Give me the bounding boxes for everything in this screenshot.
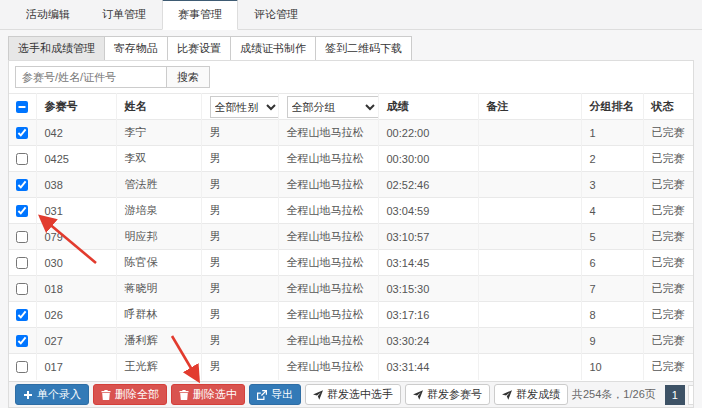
row-checkbox[interactable] [16,205,28,217]
tab-comment-management[interactable]: 评论管理 [238,0,314,30]
row-score: 03:15:30 [378,276,478,302]
column-header-remark: 备注 [478,94,581,120]
table-row: 031游培泉男全程山地马拉松03:04:594已完赛 [9,198,693,224]
row-score: 00:30:00 [378,146,478,172]
row-group: 全程山地马拉松 [278,328,378,354]
trash-icon [101,390,111,400]
participants-table: 参赛号 姓名 全部性别 全部分组 成绩 备注 分组排名 状态 042李宁男全程山… [9,93,693,380]
table-row: 0425李双男全程山地马拉松00:30:002已完赛 [9,146,693,172]
subtab-checkin-qrcode[interactable]: 签到二维码下载 [315,36,412,61]
select-all-checkbox[interactable] [16,101,28,113]
search-input[interactable] [15,66,167,88]
row-score: 02:52:46 [378,172,478,198]
subtab-athletes-and-results[interactable]: 选手和成绩管理 [8,36,105,61]
gender-filter-select[interactable]: 全部性别 [210,96,279,118]
row-checkbox[interactable] [16,179,28,191]
row-remark [478,354,581,380]
tab-order-management[interactable]: 订单管理 [86,0,162,30]
row-name: 潘利辉 [116,328,201,354]
row-name: 明应邦 [116,224,201,250]
row-name: 管法胜 [116,172,201,198]
row-status: 已完赛 [643,198,693,224]
row-rank: 8 [581,302,643,328]
row-name: 游培泉 [116,198,201,224]
row-bib: 038 [36,172,116,198]
row-score: 03:14:45 [378,250,478,276]
search-row: 搜索 [9,61,693,93]
row-group: 全程山地马拉松 [278,120,378,146]
row-bib: 079 [36,224,116,250]
table-row: 017王光辉男全程山地马拉松03:31:4410已完赛 [9,354,693,380]
single-entry-button[interactable]: 单个录入 [15,384,89,405]
row-gender: 男 [201,354,278,380]
trash-icon [179,390,189,400]
row-group: 全程山地马拉松 [278,354,378,380]
subtab-stored-items[interactable]: 寄存物品 [104,36,168,61]
row-checkbox-cell [9,354,36,380]
row-score: 03:04:59 [378,198,478,224]
row-remark [478,120,581,146]
row-status: 已完赛 [643,120,693,146]
page-button-2[interactable]: 2 [688,385,694,405]
bulk-send-selected-button[interactable]: 群发选中选手 [305,384,401,405]
row-bib: 017 [36,354,116,380]
row-rank: 3 [581,172,643,198]
row-rank: 1 [581,120,643,146]
row-checkbox-cell [9,224,36,250]
row-checkbox-cell [9,250,36,276]
bulk-send-bib-button[interactable]: 群发参赛号 [405,384,490,405]
tab-event-management[interactable]: 赛事管理 [162,0,238,30]
tab-activity-edit[interactable]: 活动编辑 [10,0,86,30]
row-name: 陈官保 [116,250,201,276]
subtab-certificate-maker[interactable]: 成绩证书制作 [230,36,316,61]
row-group: 全程山地马拉松 [278,302,378,328]
row-checkbox-cell [9,328,36,354]
row-remark [478,302,581,328]
export-button[interactable]: 导出 [249,384,301,405]
table-row: 026呼群林男全程山地马拉松03:17:168已完赛 [9,302,693,328]
row-group: 全程山地马拉松 [278,250,378,276]
row-status: 已完赛 [643,328,693,354]
row-checkbox[interactable] [16,283,28,295]
row-checkbox-cell [9,172,36,198]
row-remark [478,328,581,354]
row-checkbox[interactable] [16,153,28,165]
delete-all-button[interactable]: 删除全部 [93,384,167,405]
row-score: 00:22:00 [378,120,478,146]
row-bib: 026 [36,302,116,328]
search-button[interactable]: 搜索 [167,66,210,88]
row-checkbox-cell [9,120,36,146]
row-rank: 4 [581,198,643,224]
row-checkbox[interactable] [16,231,28,243]
row-bib: 031 [36,198,116,224]
row-checkbox[interactable] [16,127,28,139]
bulk-send-results-button[interactable]: 群发成绩 [494,384,568,405]
row-rank: 10 [581,354,643,380]
table-row: 038管法胜男全程山地马拉松02:52:463已完赛 [9,172,693,198]
row-checkbox[interactable] [16,361,28,373]
row-status: 已完赛 [643,224,693,250]
row-checkbox[interactable] [16,335,28,347]
column-header-bib: 参赛号 [36,94,116,120]
pagination-area: 共254条，1/26页 12 [572,385,694,405]
send-icon [313,390,323,400]
subtab-race-settings[interactable]: 比赛设置 [167,36,231,61]
page-button-1[interactable]: 1 [665,385,685,405]
send-icon [413,390,423,400]
row-remark [478,224,581,250]
row-rank: 2 [581,146,643,172]
bulk-action-buttons: 单个录入删除全部删除选中导出群发选中选手群发参赛号群发成绩 [15,384,572,405]
row-checkbox[interactable] [16,309,28,321]
row-checkbox[interactable] [16,257,28,269]
row-name: 呼群林 [116,302,201,328]
subtab-bar: 选手和成绩管理寄存物品比赛设置成绩证书制作签到二维码下载 [8,36,694,61]
table-row: 030陈官保男全程山地马拉松03:14:456已完赛 [9,250,693,276]
row-remark [478,276,581,302]
delete-all-button-label: 删除全部 [115,388,159,401]
row-group: 全程山地马拉松 [278,276,378,302]
delete-selected-button[interactable]: 删除选中 [171,384,245,405]
row-status: 已完赛 [643,146,693,172]
group-filter-select[interactable]: 全部分组 [287,96,379,118]
delete-selected-button-label: 删除选中 [193,388,237,401]
column-header-score: 成绩 [378,94,478,120]
